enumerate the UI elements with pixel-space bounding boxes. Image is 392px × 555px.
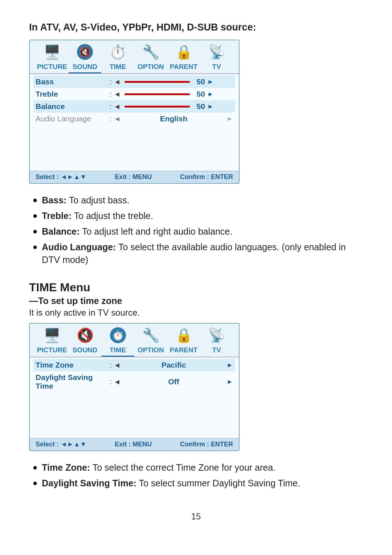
menu-row-timezone[interactable]: Time Zone : ◄ Pacific ► [33,359,235,371]
section1-icon-picture[interactable]: 🖥️ [36,44,69,61]
bullet-balance-text: Balance: To adjust left and right audio … [42,225,232,238]
bass-label: Bass [36,77,108,86]
section1: In ATV, AV, S-Video, YPbPr, HDMI, D-SUB … [29,22,363,266]
section2-menu-box: 🖥️ 🔇 ⏱️ 🔧 🔒 📡 PICTURE SOUND [29,323,240,451]
section1-menu-rows: Bass : ◄ 50 ► Treble : ◄ 50 ► Balance : … [30,74,239,171]
bullet-audio-text: Audio Language: To select the available … [42,241,363,266]
menu-row-audio-language[interactable]: Audio Language : ◄ English ► [33,113,235,125]
section2-icon-sound[interactable]: 🔇 [69,327,102,345]
menu-row-balance[interactable]: Balance : ◄ 50 ► [33,100,235,113]
tab2-time[interactable]: TIME [101,345,134,357]
audio-lang-arrow-right: ► [226,115,233,123]
timezone-colon: : ◄ [110,361,121,369]
bass-colon: : ◄ [110,78,121,86]
section2-select-hint: Select : ◄►▲▼ [36,441,86,448]
dst-colon: : ◄ [110,378,121,386]
bullet-timezone-text: Time Zone: To select the correct Time Zo… [42,461,275,474]
balance-label: Balance [36,102,108,111]
section1-confirm-hint: Confirm : ENTER [180,173,233,181]
tab-sound[interactable]: SOUND [69,62,102,73]
page-number: 15 [29,511,363,522]
bass-arrow-right: ► [207,78,214,86]
section1-select-hint: Select : ◄►▲▼ [36,173,86,181]
section1-icon-parent[interactable]: 🔒 [167,44,200,61]
tab-picture[interactable]: PICTURE [36,62,69,73]
bullet-dot-treble: ● [33,210,37,222]
bullet-dot-timezone: ● [33,462,37,473]
section2-icon-tv[interactable]: 📡 [200,327,233,345]
bullet-bass: ● Bass: To adjust bass. [33,194,363,207]
section2-bullet-list: ● Time Zone: To select the correct Time … [29,461,363,490]
audio-language-value: English [122,114,225,123]
bullet-dst-text: Daylight Saving Time: To select summer D… [42,477,300,490]
bullet-dot-bass: ● [33,195,37,206]
dst-value: Off [122,377,225,386]
tab-time[interactable]: TIME [101,62,134,73]
menu-row-treble[interactable]: Treble : ◄ 50 ► [33,88,235,100]
section1-bullet-list: ● Bass: To adjust bass. ● Treble: To adj… [29,194,363,266]
section2-confirm-hint: Confirm : ENTER [180,441,233,448]
tab2-picture[interactable]: PICTURE [36,345,69,357]
section2-icon-time[interactable]: ⏱️ [101,327,134,345]
timezone-arrow-right: ► [226,361,233,369]
bullet-timezone: ● Time Zone: To select the correct Time … [33,461,363,474]
section2-icon-bar: 🖥️ 🔇 ⏱️ 🔧 🔒 📡 [30,324,239,345]
section1-empty-space [33,125,235,169]
bullet-treble: ● Treble: To adjust the treble. [33,210,363,222]
menu-row-dst[interactable]: Daylight Saving Time : ◄ Off ► [33,371,235,392]
bass-value: 50 [192,77,205,86]
treble-slider[interactable] [124,93,190,95]
timezone-value: Pacific [122,361,225,369]
section1-tab-bar: PICTURE SOUND TIME OPTION PARENT TV [30,61,239,74]
section2: TIME Menu —To set up time zone It is onl… [29,281,363,490]
bullet-dot-balance: ● [33,226,37,237]
bullet-bass-text: Bass: To adjust bass. [42,194,129,207]
treble-value: 50 [192,90,205,98]
menu-row-bass[interactable]: Bass : ◄ 50 ► [33,76,235,88]
tab2-tv[interactable]: TV [200,345,233,357]
section1-exit-hint: Exit : MENU [115,173,152,181]
section2-menu-bottom: Select : ◄►▲▼ Exit : MENU Confirm : ENTE… [30,438,239,450]
bass-slider[interactable] [124,81,190,83]
bullet-dst: ● Daylight Saving Time: To select summer… [33,477,363,490]
bullet-balance: ● Balance: To adjust left and right audi… [33,225,363,238]
bullet-dot-audio: ● [33,242,37,253]
tab-option[interactable]: OPTION [134,62,167,73]
tab2-parent[interactable]: PARENT [167,345,200,357]
tab-parent[interactable]: PARENT [167,62,200,73]
section1-title: In ATV, AV, S-Video, YPbPr, HDMI, D-SUB … [29,22,363,33]
bullet-treble-text: Treble: To adjust the treble. [42,210,153,222]
section1-menu-box: 🖥️ 🔇 ⏱️ 🔧 🔒 📡 [29,40,240,184]
time-menu-sub: —To set up time zone [29,296,363,306]
treble-label: Treble [36,90,108,98]
section2-icon-picture[interactable]: 🖥️ [36,327,69,345]
section1-icon-time[interactable]: ⏱️ [101,44,134,61]
section2-icon-parent[interactable]: 🔒 [167,327,200,345]
audio-language-label: Audio Language [36,114,108,123]
time-menu-heading: TIME Menu [29,281,363,294]
section2-exit-hint: Exit : MENU [115,441,152,448]
section1-icon-bar: 🖥️ 🔇 ⏱️ 🔧 🔒 📡 [30,40,239,61]
balance-value: 50 [192,102,205,111]
section1-icon-option[interactable]: 🔧 [134,44,167,61]
balance-arrow-right: ► [207,103,214,110]
treble-arrow-right: ► [207,90,214,98]
section2-empty-space [33,392,235,436]
section2-icon-option[interactable]: 🔧 [134,327,167,345]
balance-slider[interactable] [124,106,190,108]
tab2-option[interactable]: OPTION [134,345,167,357]
bullet-dot-dst: ● [33,478,37,489]
tab2-sound[interactable]: SOUND [69,345,102,357]
dst-label: Daylight Saving Time [36,373,108,390]
balance-colon: : ◄ [110,102,121,111]
dst-arrow-right: ► [226,378,233,386]
time-menu-note: It is only active in TV source. [29,308,363,318]
tab-tv[interactable]: TV [200,62,233,73]
section2-menu-rows: Time Zone : ◄ Pacific ► Daylight Saving … [30,357,239,438]
section2-tab-bar: PICTURE SOUND TIME OPTION PARENT TV [30,345,239,357]
section1-icon-sound[interactable]: 🔇 [69,44,102,61]
bullet-audio-language: ● Audio Language: To select the availabl… [33,241,363,266]
section1-icon-tv[interactable]: 📡 [200,44,233,61]
timezone-label: Time Zone [36,361,108,369]
treble-colon: : ◄ [110,90,121,98]
